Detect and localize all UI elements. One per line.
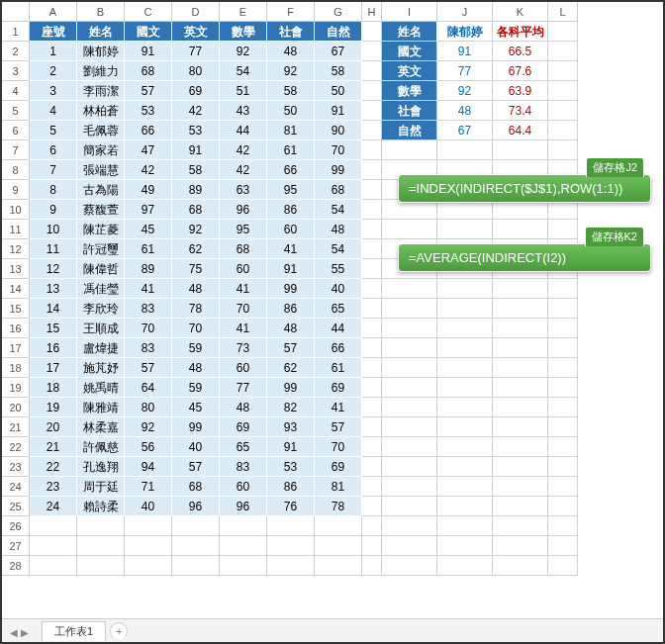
empty-cell[interactable] (548, 42, 578, 61)
empty-cell[interactable] (382, 319, 437, 338)
table-cell[interactable]: 56 (125, 437, 172, 457)
table-cell[interactable]: 54 (315, 200, 362, 220)
table-cell[interactable]: 78 (172, 299, 220, 319)
table-cell[interactable]: 48 (267, 42, 315, 61)
empty-cell[interactable] (437, 398, 493, 417)
table-cell[interactable]: 68 (220, 239, 267, 259)
col-header-H[interactable]: H (362, 2, 382, 22)
table-cell[interactable]: 66 (315, 338, 362, 358)
table-cell[interactable]: 65 (220, 437, 267, 457)
empty-cell[interactable] (548, 556, 578, 576)
table-cell[interactable]: 94 (125, 457, 172, 477)
table-cell[interactable]: 48 (172, 358, 220, 378)
table-cell[interactable]: 57 (172, 457, 220, 477)
row-header-24[interactable]: 24 (2, 477, 30, 497)
empty-cell[interactable] (362, 319, 382, 338)
table-cell[interactable]: 50 (315, 81, 362, 101)
empty-cell[interactable] (548, 22, 578, 42)
empty-cell[interactable] (437, 220, 493, 239)
table-cell[interactable]: 68 (172, 477, 220, 497)
row-header-7[interactable]: 7 (2, 140, 30, 160)
empty-cell[interactable] (493, 437, 548, 457)
empty-cell[interactable] (362, 536, 382, 556)
table-cell[interactable]: 50 (267, 101, 315, 121)
table-cell[interactable]: 陳雅靖 (77, 398, 125, 417)
empty-cell[interactable] (362, 457, 382, 477)
table-cell[interactable]: 60 (220, 259, 267, 279)
table-cell[interactable]: 63 (220, 180, 267, 200)
empty-cell[interactable] (382, 398, 437, 417)
table-cell[interactable]: 59 (172, 378, 220, 398)
row-header-14[interactable]: 14 (2, 279, 30, 299)
table-cell[interactable]: 54 (220, 61, 267, 81)
empty-cell[interactable] (493, 140, 548, 160)
table-cell[interactable]: 41 (220, 319, 267, 338)
summary-avg[interactable]: 67.6 (493, 61, 548, 81)
table-cell[interactable]: 4 (30, 101, 77, 121)
empty-cell[interactable] (220, 536, 267, 556)
empty-cell[interactable] (548, 101, 578, 121)
empty-cell[interactable] (362, 497, 382, 516)
empty-cell[interactable] (220, 556, 267, 576)
empty-cell[interactable] (125, 556, 172, 576)
table-cell[interactable]: 58 (315, 61, 362, 81)
table-cell[interactable]: 53 (267, 457, 315, 477)
empty-cell[interactable] (382, 378, 437, 398)
table-cell[interactable]: 48 (315, 220, 362, 239)
col-header-K[interactable]: K (493, 2, 548, 22)
table-cell[interactable]: 62 (172, 239, 220, 259)
row-header-4[interactable]: 4 (2, 81, 30, 101)
table-cell[interactable]: 70 (315, 437, 362, 457)
table-cell[interactable]: 91 (172, 140, 220, 160)
empty-cell[interactable] (437, 497, 493, 516)
table-cell[interactable]: 42 (220, 140, 267, 160)
empty-cell[interactable] (362, 556, 382, 576)
table-cell[interactable]: 45 (125, 220, 172, 239)
empty-cell[interactable] (362, 477, 382, 497)
empty-cell[interactable] (172, 536, 220, 556)
empty-cell[interactable] (548, 516, 578, 536)
table-cell[interactable]: 58 (172, 160, 220, 180)
table-cell[interactable]: 姚禹晴 (77, 378, 125, 398)
empty-cell[interactable] (362, 121, 382, 140)
empty-cell[interactable] (548, 299, 578, 319)
table-cell[interactable]: 9 (30, 200, 77, 220)
table-cell[interactable]: 69 (315, 457, 362, 477)
table-cell[interactable]: 24 (30, 497, 77, 516)
table-cell[interactable]: 65 (315, 299, 362, 319)
table-cell[interactable]: 16 (30, 338, 77, 358)
empty-cell[interactable] (437, 437, 493, 457)
empty-cell[interactable] (362, 101, 382, 121)
empty-cell[interactable] (493, 477, 548, 497)
table-cell[interactable]: 61 (267, 140, 315, 160)
empty-cell[interactable] (548, 417, 578, 437)
empty-cell[interactable] (125, 536, 172, 556)
table-cell[interactable]: 44 (220, 121, 267, 140)
empty-cell[interactable] (382, 457, 437, 477)
table-cell[interactable]: 盧煒捷 (77, 338, 125, 358)
table-cell[interactable]: 61 (125, 239, 172, 259)
table-cell[interactable]: 54 (315, 239, 362, 259)
row-header-16[interactable]: 16 (2, 319, 30, 338)
row-header-8[interactable]: 8 (2, 160, 30, 180)
table-cell[interactable]: 48 (172, 279, 220, 299)
row-header-3[interactable]: 3 (2, 61, 30, 81)
table-cell[interactable]: 57 (125, 81, 172, 101)
table-cell[interactable]: 林柔嘉 (77, 417, 125, 437)
table-cell[interactable]: 42 (220, 160, 267, 180)
empty-cell[interactable] (30, 556, 77, 576)
table-cell[interactable]: 73 (220, 338, 267, 358)
table-cell[interactable]: 林柏蒼 (77, 101, 125, 121)
empty-cell[interactable] (437, 457, 493, 477)
empty-cell[interactable] (437, 358, 493, 378)
table-cell[interactable]: 89 (125, 259, 172, 279)
empty-cell[interactable] (220, 516, 267, 536)
empty-cell[interactable] (548, 477, 578, 497)
row-header-25[interactable]: 25 (2, 497, 30, 516)
table-cell[interactable]: 41 (220, 279, 267, 299)
table-cell[interactable]: 75 (172, 259, 220, 279)
table-cell[interactable]: 57 (125, 358, 172, 378)
table-cell[interactable]: 71 (125, 477, 172, 497)
empty-cell[interactable] (437, 299, 493, 319)
table-cell[interactable]: 69 (172, 81, 220, 101)
